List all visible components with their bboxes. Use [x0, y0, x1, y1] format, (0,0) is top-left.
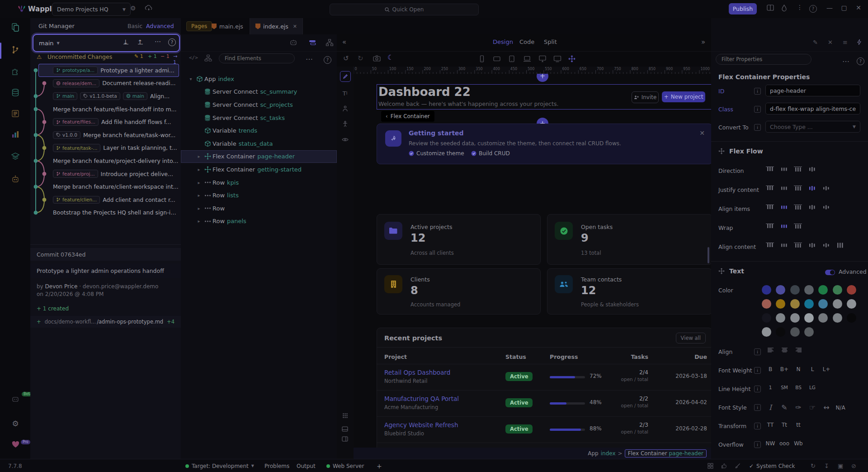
git-pull-icon[interactable]: ↓ [123, 38, 128, 46]
commit-row[interactable]: feature/proj...Introduce project delive.… [30, 167, 179, 181]
system-check-button[interactable]: ✓ System Check [749, 459, 795, 472]
tree-item-sc-tasks[interactable]: Server Connect sc_tasks [181, 111, 337, 124]
text-align-left-icon[interactable] [764, 348, 776, 353]
caret-icon[interactable]: ▸ [195, 180, 203, 185]
justify-content-option-2[interactable] [778, 186, 789, 191]
dark-mode-moon-icon[interactable]: ☾ [387, 53, 393, 62]
font-weight-N[interactable]: N [793, 366, 804, 372]
direction-option-3[interactable] [793, 167, 803, 172]
col-progress[interactable]: Progress [550, 353, 578, 360]
device-phone-icon[interactable] [478, 55, 486, 63]
color-swatch[interactable] [762, 313, 771, 323]
color-swatch[interactable] [833, 299, 842, 309]
problems-button[interactable]: Problems [264, 459, 289, 472]
git-mode-basic[interactable]: Basic [127, 23, 142, 29]
caret-icon[interactable]: ▸ [195, 154, 203, 159]
target-selector[interactable]: Target: Development ▼ [185, 459, 254, 472]
color-swatch[interactable] [833, 285, 842, 295]
col-due[interactable]: Due [662, 353, 707, 360]
tree-item-page-header[interactable]: ▸ Flex Container page-header [181, 150, 337, 163]
color-swatch[interactable] [833, 313, 842, 323]
color-swatch[interactable] [804, 299, 814, 309]
ai-assistant-icon[interactable] [289, 38, 297, 47]
mode-split[interactable]: Split [544, 38, 557, 45]
commit-row[interactable]: feature/clien...Add client and contact r… [30, 193, 179, 206]
remove-element-icon[interactable]: ✕ [828, 39, 833, 46]
web-server-status[interactable]: Web Server [326, 459, 364, 472]
git-manager-icon[interactable] [10, 44, 21, 55]
ai-robot-icon[interactable] [10, 174, 21, 185]
help-icon[interactable]: ? [809, 5, 817, 13]
charts-icon[interactable] [10, 129, 21, 140]
col-project[interactable]: Project [384, 353, 407, 360]
add-element-handle-top[interactable]: + [537, 74, 548, 82]
justify-content-option-4[interactable] [807, 186, 817, 191]
color-swatch[interactable] [818, 285, 828, 295]
ref-tag[interactable]: main [123, 92, 147, 100]
edit-pencil-icon[interactable] [340, 71, 351, 82]
align-content-option-2[interactable] [778, 243, 789, 248]
tree-item-sc-projects[interactable]: Server Connect sc_projects [181, 98, 337, 111]
color-swatch[interactable] [790, 313, 800, 323]
sync-icon[interactable]: ↻ [811, 459, 816, 472]
ref-tag[interactable]: release/dem... [53, 79, 99, 87]
commit-row[interactable]: feature/task-...Layer in task planning, … [30, 142, 179, 155]
color-swatch[interactable] [790, 327, 800, 337]
caret-icon[interactable]: ▸ [195, 193, 203, 198]
crumb-page[interactable]: index [601, 450, 616, 457]
color-swatch[interactable] [790, 285, 800, 295]
convert-to-select[interactable]: Choose Type ... ▼ [765, 121, 860, 133]
font-weight-L+[interactable]: L+ [821, 366, 832, 372]
selected-element-tag[interactable]: ‹ Flex Container [381, 111, 434, 122]
power-icon[interactable]: ⊘ [851, 459, 856, 472]
quick-open-search[interactable]: Quick Open [330, 4, 479, 15]
direction-option-2[interactable] [778, 167, 789, 172]
project-selector[interactable]: Demo Projects HQ ▼ [52, 3, 131, 16]
collapse-left-icon[interactable]: « [342, 38, 346, 46]
info-icon[interactable]: i [754, 441, 761, 448]
caret-icon[interactable]: ▸ [195, 219, 203, 224]
redo-icon[interactable]: ↻ [358, 54, 363, 62]
publish-button[interactable]: Publish [729, 3, 757, 14]
justify-content-option-5[interactable] [821, 186, 831, 191]
info-icon[interactable]: i [754, 348, 761, 355]
align-items-option-4[interactable] [807, 205, 817, 210]
color-swatch[interactable] [776, 299, 785, 309]
package-icon[interactable]: ▣ [838, 459, 843, 472]
extensions-puzzle-icon[interactable] [10, 67, 21, 77]
color-swatch[interactable] [818, 313, 828, 323]
info-icon[interactable]: i [754, 404, 761, 411]
structure-more-icon[interactable]: … [306, 53, 313, 62]
pro-heart-icon[interactable]: Pro [10, 439, 21, 450]
thumbs-up-icon[interactable] [721, 459, 727, 472]
color-swatch[interactable] [776, 327, 785, 337]
undo-icon[interactable]: ↺ [343, 54, 349, 62]
font-style-spacing-icon[interactable]: ↔ [821, 403, 832, 412]
crumb-selected-element[interactable]: Flex Container page-header [625, 449, 707, 458]
commit-row[interactable]: feature/files...Add file handoff flows f… [30, 115, 179, 129]
transform-tt[interactable]: tt [793, 422, 804, 428]
info-icon[interactable]: i [754, 106, 761, 113]
canvas-scrollbar[interactable] [708, 247, 709, 263]
grid-panel-icon[interactable] [708, 459, 713, 472]
brush-icon[interactable] [735, 459, 741, 472]
tree-item-row[interactable]: ▸ Row [181, 202, 337, 215]
tree-item-index[interactable]: ▾ App index [181, 72, 337, 86]
git-more-icon[interactable]: … [155, 36, 161, 43]
line-height-LG[interactable]: LG [807, 385, 818, 390]
properties-list-icon[interactable]: ≡ [843, 39, 848, 46]
preferences-gear-icon[interactable]: ⚙ [10, 418, 21, 429]
theme-drop-icon[interactable] [781, 5, 787, 11]
color-swatch[interactable] [776, 285, 785, 295]
dismiss-close-icon[interactable]: ✕ [699, 129, 705, 137]
git-mode-advanced[interactable]: Advanced [146, 23, 174, 29]
font-style-quill-icon[interactable]: ✑ [793, 403, 804, 412]
justify-content-option-3[interactable] [793, 186, 803, 191]
color-swatch[interactable] [804, 285, 814, 295]
info-icon[interactable]: i [754, 423, 761, 429]
mode-design[interactable]: Design [493, 38, 513, 45]
color-swatch[interactable] [847, 285, 856, 295]
col-tasks[interactable]: Tasks [612, 353, 648, 360]
wrap-option-1[interactable] [764, 224, 775, 229]
mode-code[interactable]: Code [519, 38, 534, 45]
